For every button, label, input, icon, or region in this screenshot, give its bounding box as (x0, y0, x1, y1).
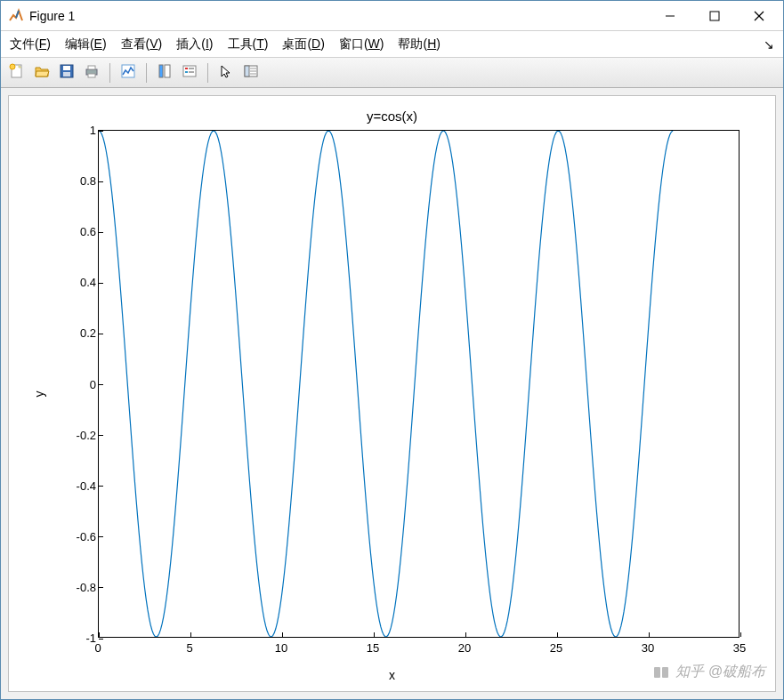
svg-rect-13 (122, 65, 134, 77)
menu-w[interactable]: 窗口(W) (339, 36, 384, 52)
figure-canvas[interactable]: y=cos(x) y x -1-0.8-0.6-0.4-0.200.20.40.… (8, 95, 776, 692)
menu-t[interactable]: 工具(T) (228, 36, 269, 52)
y-tick-mark (99, 131, 103, 132)
y-tick-label: -0.8 (77, 580, 96, 593)
minimize-button[interactable] (648, 2, 692, 30)
x-tick-mark (190, 632, 191, 637)
svg-rect-12 (88, 74, 95, 77)
link-plot-button[interactable] (117, 62, 139, 84)
menu-h[interactable]: 帮助(H) (398, 36, 440, 52)
x-tick-mark (465, 632, 466, 637)
menu-v[interactable]: 查看(V) (121, 36, 163, 52)
x-tick-mark (374, 632, 375, 637)
y-tick-label: -0.2 (77, 428, 96, 441)
y-tick-mark (99, 587, 103, 588)
svg-point-6 (10, 64, 15, 69)
svg-rect-1 (710, 12, 719, 20)
open-icon (34, 63, 50, 83)
y-tick-label: 1 (90, 124, 96, 137)
axes[interactable]: y=cos(x) y x -1-0.8-0.6-0.4-0.200.20.40.… (9, 96, 775, 691)
y-tick-label: -0.4 (77, 479, 96, 492)
svg-rect-22 (245, 66, 249, 76)
x-tick-label: 20 (458, 641, 471, 655)
y-tick-label: 0.2 (80, 326, 96, 340)
x-tick-label: 0 (94, 641, 101, 655)
legend-icon (182, 63, 198, 83)
toolbar-separator (207, 63, 208, 83)
svg-rect-17 (185, 68, 188, 69)
x-tick-mark (740, 632, 741, 637)
y-tick-label: -0.6 (77, 529, 96, 543)
y-tick-mark (99, 486, 103, 487)
x-tick-label: 15 (367, 641, 379, 655)
y-tick-label: 0 (90, 377, 96, 390)
series-line (99, 131, 673, 637)
y-axis-label: y (32, 390, 46, 397)
titlebar: Figure 1 (1, 1, 783, 31)
link-icon (120, 63, 136, 83)
plot-line-layer (99, 131, 739, 637)
save-figure-button[interactable] (56, 62, 77, 84)
x-axis-label: x (9, 668, 775, 682)
y-tick-label: 0.8 (80, 174, 96, 188)
new-icon (9, 63, 25, 83)
insert-legend-button[interactable] (179, 62, 200, 84)
open-file-button[interactable] (31, 62, 53, 84)
figure-window: Figure 1 文件(F)编辑(E)查看(V)插入(I)工具(T)桌面(D)窗… (0, 0, 784, 700)
svg-rect-8 (63, 66, 70, 70)
print-icon (84, 63, 100, 83)
new-figure-button[interactable] (6, 62, 28, 84)
x-tick-label: 30 (642, 641, 654, 655)
print-figure-button[interactable] (81, 62, 102, 84)
toolbar-separator (109, 63, 110, 83)
menu-i[interactable]: 插入(I) (176, 36, 213, 52)
open-property-inspector-button[interactable] (240, 62, 262, 84)
svg-rect-18 (185, 71, 188, 73)
y-tick-mark (99, 232, 103, 233)
y-tick-mark (99, 536, 103, 537)
menu-f[interactable]: 文件(F) (10, 36, 51, 52)
x-tick-mark (99, 632, 100, 637)
edit-plot-button[interactable] (215, 62, 237, 84)
y-tick-label: 0.6 (80, 225, 96, 238)
x-tick-label: 10 (275, 641, 287, 655)
y-tick-mark (99, 181, 103, 182)
y-tick-mark (99, 435, 103, 436)
x-tick-mark (282, 632, 283, 637)
y-tick-label: 0.4 (80, 276, 96, 289)
x-tick-label: 5 (186, 641, 192, 655)
matlab-icon (8, 8, 24, 24)
chart-title: y=cos(x) (9, 109, 775, 124)
insert-colorbar-button[interactable] (154, 62, 175, 84)
menubar: 文件(F)编辑(E)查看(V)插入(I)工具(T)桌面(D)窗口(W)帮助(H)… (1, 31, 783, 58)
window-title: Figure 1 (29, 9, 75, 23)
colorbar-icon (157, 63, 173, 83)
plot-box[interactable] (98, 130, 740, 638)
figure-area: y=cos(x) y x -1-0.8-0.6-0.4-0.200.20.40.… (1, 88, 783, 699)
x-tick-label: 35 (733, 641, 746, 655)
x-tick-mark (649, 632, 650, 637)
x-tick-mark (557, 632, 558, 637)
svg-rect-11 (88, 66, 95, 69)
menu-e[interactable]: 编辑(E) (65, 36, 107, 52)
svg-rect-15 (165, 65, 170, 77)
menu-d[interactable]: 桌面(D) (282, 36, 324, 52)
y-tick-mark (99, 384, 103, 385)
save-icon (59, 63, 75, 83)
y-tick-mark (99, 283, 103, 284)
toolbar-separator (146, 63, 147, 83)
toolbar (1, 58, 783, 88)
svg-rect-14 (159, 65, 163, 77)
inspector-icon (243, 63, 259, 83)
pointer-icon (218, 63, 234, 83)
maximize-button[interactable] (692, 2, 737, 30)
x-tick-label: 25 (550, 641, 562, 655)
menubar-overflow-icon[interactable]: ↘ (764, 37, 774, 52)
y-tick-mark (99, 639, 103, 640)
close-button[interactable] (737, 2, 781, 30)
svg-rect-9 (63, 72, 70, 76)
y-tick-mark (99, 334, 103, 334)
